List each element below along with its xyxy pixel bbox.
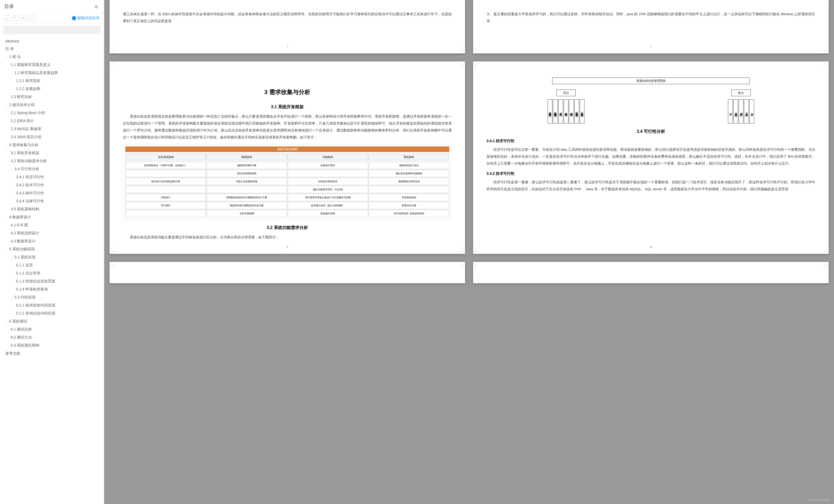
chevron-down-icon[interactable]: ⌄ — [5, 144, 8, 147]
page-number: 9 — [286, 245, 288, 248]
toc-item[interactable]: 2.2 IDEA 简介 — [0, 117, 104, 125]
toc-item[interactable]: ⌄5.1 系统实现 — [0, 253, 104, 261]
sidebar-header: 目录 ⊗ — [0, 0, 104, 13]
tree-leaf: 下载中心管理 — [580, 100, 585, 124]
toc-item[interactable]: 2.4 JAVA 语言介绍 — [0, 133, 104, 141]
toc-sidebar: 目录 ⊗ ⌄ ⌃ + − 智能识别目录 Abstract目 录⌄1 绪 论1.1… — [0, 0, 104, 504]
add-button[interactable]: + — [20, 15, 26, 21]
diagram-header-cell: 功能架构 — [288, 154, 368, 160]
toc-item[interactable]: 目 录 — [0, 45, 104, 53]
toc-item[interactable]: 2.1 Spring Boot 介绍 — [0, 109, 104, 117]
toc-item[interactable]: ⌄1.2 研究现状以及发展趋势 — [0, 69, 104, 77]
tree-leaf: 系统用户管理 — [548, 100, 552, 124]
toc-item[interactable]: Abstract — [0, 38, 104, 45]
toc-item[interactable]: ⌄6 系统测试 — [0, 317, 104, 326]
chevron-down-icon[interactable]: ⌄ — [5, 248, 8, 251]
toc-item[interactable]: 参考文献 — [0, 350, 104, 357]
chevron-down-icon[interactable]: ⌄ — [11, 168, 13, 171]
toc-item[interactable]: 5.2.1 租房添加代码实现 — [0, 302, 104, 309]
toc-item-label: 4.2 系统流程设计 — [11, 231, 39, 236]
toc-item[interactable]: ⌄3.4 可行性分析 — [0, 165, 104, 173]
body-text: 大。最主要的还要是大学里面所学习的，我们可以通过老师，同学来取得相关知识。同时，… — [486, 11, 815, 25]
diagram-title: 系统开发架构图 — [125, 147, 449, 152]
page-number: 7 — [286, 45, 288, 48]
toc-item-label: 3.4.4 法律可行性 — [16, 199, 44, 204]
chevron-down-icon[interactable]: ⌄ — [5, 320, 8, 323]
toc-item-label: 4.3 数据库设计 — [11, 239, 36, 244]
toc-item[interactable]: ⌄3 需求收集与分析 — [0, 141, 104, 149]
toc-item[interactable]: 3.4.4 法律可行性 — [0, 197, 104, 205]
page-9: 3 需求收集与分析 3.1 系统开发框架 房源出租信息系统其实就是整理租房与出租… — [110, 62, 465, 254]
toc-item-label: 5.1.3 房源信息添加页面 — [16, 279, 55, 284]
toc-item[interactable]: 4.2 系统流程设计 — [0, 229, 104, 237]
toc-item[interactable]: 5.1.4 申请租房查询 — [0, 285, 104, 293]
toc-item-label: 3.4 可行性分析 — [15, 167, 39, 172]
smart-recognize-label: 智能识别目录 — [77, 16, 100, 21]
toc-item[interactable]: 4.3 数据库设计 — [0, 237, 104, 245]
toc-item-label: 3.2 系统功能需求分析 — [11, 159, 47, 163]
body-text: 经济可行性是第一要素，那么技术可行性就是第二要素了。那么技术可行性是关于系统能不… — [486, 179, 815, 193]
toc-item-label: 2.1 Spring Boot 介绍 — [11, 111, 45, 115]
toc-item-label: 1.2 研究现状以及发展趋势 — [15, 70, 58, 75]
toc-item[interactable]: 3.4.1 经济可行性 — [0, 173, 104, 181]
toc-item-label: 6.2 测试方法 — [11, 335, 32, 340]
toc-item-label: 2.4 JAVA 语言介绍 — [11, 135, 41, 139]
toc-item[interactable]: 3.5 系统逻辑结构 — [0, 205, 104, 213]
toc-item[interactable]: 4.1 E-R 图 — [0, 221, 104, 229]
toc-item[interactable]: ⌄4 数据库设计 — [0, 213, 104, 221]
toc-item-label: 6 系统测试 — [9, 319, 27, 324]
toc-item-label: 2 相关技术介绍 — [9, 103, 35, 107]
smart-recognize-button[interactable]: 智能识别目录 — [72, 16, 100, 21]
document-viewport[interactable]: 通工具来比速度一样。在 IDEA 的操作页面里不仅会有操作符的提示功能，还会有各… — [104, 0, 834, 504]
chevron-down-icon[interactable]: ⌄ — [5, 216, 8, 219]
chevron-down-icon[interactable]: ⌄ — [5, 56, 8, 59]
toc-item-label: 6.3 系统测试用例 — [11, 343, 39, 348]
page-next-left — [110, 262, 465, 283]
toc-item-label: 5.2.1 租房添加代码实现 — [16, 303, 55, 308]
toc-item[interactable]: 3.4.3 操作可行性 — [0, 189, 104, 197]
tree-leaf: 用户管理 — [558, 100, 563, 124]
toc-item[interactable]: ⌄5 系统功能实现 — [0, 245, 104, 253]
sidebar-title: 目录 — [4, 3, 14, 9]
toc-item[interactable]: 1.3 研究目标 — [0, 93, 104, 101]
toc-item[interactable]: 3.1 系统开发框架 — [0, 149, 104, 157]
toc-item[interactable]: 6.2 测试方法 — [0, 333, 104, 342]
toc-item-label: 2.3 MySQL 数据库 — [11, 127, 41, 131]
toc-item[interactable]: 6.3 系统测试用例 — [0, 342, 104, 350]
chevron-down-icon[interactable]: ⌄ — [11, 296, 13, 299]
toc-item[interactable]: 1.1 课题研究背景及意义 — [0, 61, 104, 69]
toc-item[interactable]: ⌄5.2 代码实现 — [0, 293, 104, 302]
function-tree-diagram: 房源出租信息管理系统 后台 系统用户管理新闻数据管理用户管理房东管理房源管理租房… — [486, 78, 815, 124]
toc-item-label: 1.2.1 研究现状 — [16, 79, 40, 83]
tree-leaf: 房源管理 — [569, 100, 574, 124]
toc-item[interactable]: 1.2.2 发展趋势 — [0, 85, 104, 93]
page-10: 房源出租信息管理系统 后台 系统用户管理新闻数据管理用户管理房东管理房源管理租房… — [473, 62, 829, 254]
chevron-down-icon[interactable]: ⌄ — [11, 256, 13, 259]
toc-item[interactable]: 5.1.1 首页 — [0, 261, 104, 269]
close-icon[interactable]: ⊗ — [94, 4, 100, 9]
toc-item[interactable]: 5.2.2 查询信息代码实现 — [0, 309, 104, 317]
collapse-button[interactable]: ⌄ — [4, 15, 10, 21]
toc-item[interactable]: 1.2.1 研究现状 — [0, 77, 104, 85]
toc-item[interactable]: 6.1 测试目的 — [0, 326, 104, 333]
toc-item[interactable]: 5.1.3 房源信息添加页面 — [0, 278, 104, 285]
toc-item-label: 1.2.2 发展趋势 — [16, 87, 40, 91]
tree-leaf: 房东管理 — [564, 100, 568, 124]
toc-item[interactable]: ⌄2 相关技术介绍 — [0, 101, 104, 109]
search-input[interactable] — [3, 26, 101, 34]
toc-item[interactable]: 3.4.2 技术可行性 — [0, 181, 104, 189]
toc-item-label: 2.2 IDEA 简介 — [11, 119, 34, 124]
toc-item[interactable]: ⌄1 绪 论 — [0, 53, 104, 61]
chevron-down-icon[interactable]: ⌄ — [11, 72, 13, 74]
toc-item[interactable]: 3.2 系统功能需求分析 — [0, 157, 104, 165]
chevron-down-icon[interactable]: ⌄ — [5, 104, 8, 107]
section-title: 3.1 系统开发框架 — [123, 104, 452, 110]
remove-button[interactable]: − — [28, 15, 34, 21]
toc-item[interactable]: 5.1.2 后台登录 — [0, 269, 104, 278]
tree-root: 房源出租信息管理系统 — [552, 78, 750, 84]
tree-leaf: 用户 — [728, 100, 733, 124]
toc-item-label: 5.1.4 申请租房查询 — [16, 287, 48, 292]
toc-item[interactable]: 2.3 MySQL 数据库 — [0, 125, 104, 133]
diagram-header-cell: 业务领域架构 — [126, 154, 206, 160]
expand-button[interactable]: ⌃ — [12, 15, 18, 21]
